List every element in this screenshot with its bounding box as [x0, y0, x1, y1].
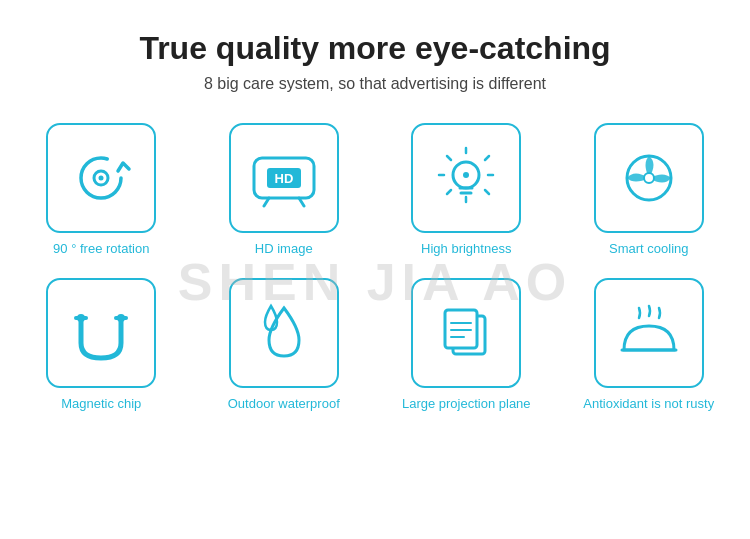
icon-box-brightness	[411, 123, 521, 233]
sub-title: 8 big care system, so that advertising i…	[204, 75, 546, 93]
svg-line-16	[485, 156, 489, 160]
icon-label-antioxidant: Antioxidant is not rusty	[583, 396, 714, 413]
icon-box-antioxidant	[594, 278, 704, 388]
icon-box-waterproof	[229, 278, 339, 388]
icon-label-hd: HD image	[255, 241, 313, 258]
svg-point-19	[463, 172, 469, 178]
svg-point-25	[117, 314, 125, 322]
icon-item-cooling: Smart cooling	[573, 123, 726, 258]
svg-point-24	[77, 314, 85, 322]
icon-box-projection	[411, 278, 521, 388]
svg-point-21	[644, 173, 654, 183]
icon-label-brightness: High brightness	[421, 241, 511, 258]
icon-label-projection: Large projection plane	[402, 396, 531, 413]
svg-text:HD: HD	[274, 171, 293, 186]
icon-label-waterproof: Outdoor waterproof	[228, 396, 340, 413]
icon-box-cooling	[594, 123, 704, 233]
icon-item-brightness: High brightness	[390, 123, 543, 258]
icon-label-rotation: 90 ° free rotation	[53, 241, 149, 258]
icons-grid: 90 ° free rotation HD HD image	[25, 123, 725, 413]
svg-line-15	[447, 156, 451, 160]
svg-line-18	[485, 190, 489, 194]
icon-item-projection: Large projection plane	[390, 278, 543, 413]
main-title: True quality more eye-catching	[139, 30, 610, 67]
icon-item-waterproof: Outdoor waterproof	[208, 278, 361, 413]
icon-box-hd: HD	[229, 123, 339, 233]
icon-item-hd: HD HD image	[208, 123, 361, 258]
icon-item-rotation: 90 ° free rotation	[25, 123, 178, 258]
icon-label-cooling: Smart cooling	[609, 241, 688, 258]
svg-point-2	[99, 176, 104, 181]
icon-label-magnetic: Magnetic chip	[61, 396, 141, 413]
icon-item-antioxidant: Antioxidant is not rusty	[573, 278, 726, 413]
svg-line-17	[447, 190, 451, 194]
icon-item-magnetic: Magnetic chip	[25, 278, 178, 413]
icon-box-rotation	[46, 123, 156, 233]
icon-box-magnetic	[46, 278, 156, 388]
